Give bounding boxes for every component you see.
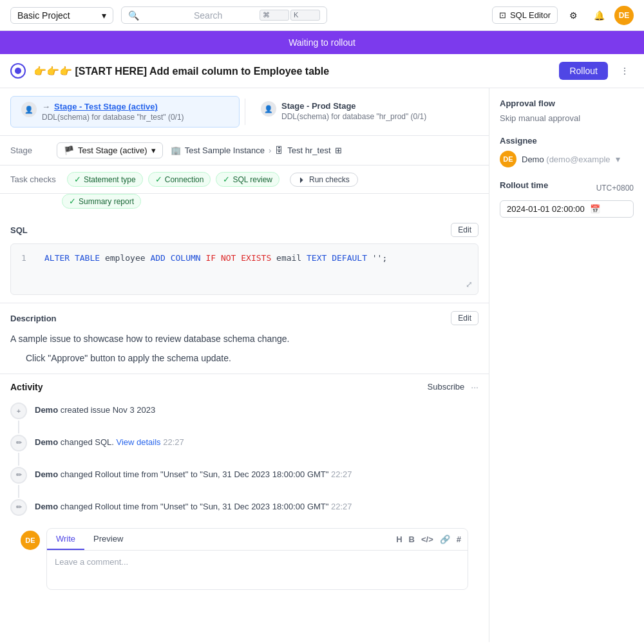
project-name: Basic Project bbox=[17, 10, 70, 21]
activity-middle-2: changed SQL. bbox=[61, 437, 117, 447]
banner-text: Waiting to rollout bbox=[289, 37, 355, 48]
check-label-1: Statement type bbox=[84, 175, 136, 184]
activity-icon-col: + bbox=[10, 402, 27, 435]
chevron-down-icon: ▾ bbox=[102, 10, 106, 21]
activity-text-3: Demo changed Rollout time from "Unset" t… bbox=[35, 469, 352, 479]
shortcut-2: K bbox=[290, 10, 320, 21]
active-stage-name[interactable]: Stage - Test Stage (active) bbox=[54, 102, 158, 111]
gear-icon: ⚙ bbox=[569, 10, 578, 21]
kw-add: ADD COLUMN bbox=[150, 253, 200, 263]
sql-section-title: SQL bbox=[10, 225, 28, 235]
bell-icon: 🔔 bbox=[594, 10, 605, 21]
more-options-button[interactable]: ⋮ bbox=[616, 62, 634, 80]
search-bar[interactable]: 🔍 Search ⌘ K bbox=[121, 6, 327, 24]
issue-title-text: [START HERE] Add email column to Employe… bbox=[75, 66, 329, 77]
calendar-icon[interactable]: 📅 bbox=[590, 204, 600, 214]
activity-line-2 bbox=[18, 453, 19, 466]
kw-val: ''; bbox=[372, 253, 387, 263]
check-label-2: Connection bbox=[165, 175, 204, 184]
code-line-1: 1 ALTER TABLE employee ADD COLUMN IF NOT… bbox=[21, 253, 468, 263]
check-statement-type[interactable]: ✓ Statement type bbox=[67, 172, 143, 187]
activity-time-2: 22:27 bbox=[163, 437, 184, 447]
check-summary[interactable]: ✓ Summary report bbox=[62, 194, 141, 209]
approval-flow-title: Approval flow bbox=[500, 99, 634, 108]
assignee-row: DE Demo (demo@example ▾ bbox=[500, 151, 634, 167]
activity-dot-3: ✏ bbox=[10, 467, 27, 484]
activity-item-4: ✏ Demo changed Rollout time from "Unset"… bbox=[10, 499, 478, 524]
kw-if: IF NOT EXISTS bbox=[205, 253, 271, 263]
toolbar-h-button[interactable]: H bbox=[396, 535, 402, 544]
rollout-time-input[interactable]: 2024-01-01 02:00:00 📅 bbox=[500, 200, 634, 218]
activity-header: Activity Subscribe ··· bbox=[10, 382, 478, 392]
breadcrumb: 🏢 Test Sample Instance › 🗄 Test hr_test … bbox=[171, 146, 342, 155]
assignee-section: Assignee DE Demo (demo@example ▾ bbox=[500, 136, 634, 167]
activity-user-1: Demo bbox=[35, 405, 58, 415]
toolbar-link-button[interactable]: 🔗 bbox=[440, 535, 450, 544]
breadcrumb-item-2[interactable]: Test hr_test bbox=[287, 146, 330, 155]
activity-suffix-1: created issue Nov 3 2023 bbox=[61, 405, 155, 415]
top-nav: Basic Project ▾ 🔍 Search ⌘ K ⊡ SQL Edito… bbox=[0, 0, 644, 31]
comment-input[interactable]: Leave a comment... bbox=[47, 551, 468, 589]
prod-stage-item[interactable]: 👤 Stage - Prod Stage DDL(schema) for dat… bbox=[251, 96, 478, 128]
active-stage-item[interactable]: 👤 → Stage - Test Stage (active) DDL(sche… bbox=[10, 96, 240, 128]
toolbar-b-button[interactable]: B bbox=[409, 535, 415, 544]
stage-arrow: → bbox=[42, 102, 50, 111]
rollout-button[interactable]: Rollout bbox=[559, 62, 608, 80]
activity-user-3: Demo bbox=[35, 469, 58, 479]
assignee-email: (demo@example bbox=[546, 155, 610, 164]
sql-editor-button[interactable]: ⊡ SQL Editor bbox=[492, 6, 558, 24]
sql-section: SQL Edit 1 ALTER TABLE employee ADD COLU… bbox=[0, 215, 489, 303]
issue-title: 👉👉👉 [START HERE] Add email column to Emp… bbox=[33, 65, 551, 77]
desc-edit-button[interactable]: Edit bbox=[451, 311, 478, 325]
comment-box: Write Preview H B </> 🔗 # Leave a commen… bbox=[46, 528, 468, 590]
activity-user-2: Demo bbox=[35, 437, 58, 447]
activity-dot: + bbox=[10, 402, 27, 419]
comment-tab-write[interactable]: Write bbox=[47, 529, 84, 550]
terminal-db-icon: ⊞ bbox=[335, 146, 342, 155]
toolbar-code-button[interactable]: </> bbox=[421, 535, 433, 544]
activity-text-2: Demo changed SQL. View details 22:27 bbox=[35, 437, 184, 447]
stage-select-value: Test Stage (active) bbox=[78, 146, 147, 155]
stage-divider bbox=[245, 99, 245, 125]
stage-user-icon-prod: 👤 bbox=[261, 101, 276, 117]
expand-icon[interactable]: ⤢ bbox=[466, 279, 473, 289]
line-number: 1 bbox=[21, 253, 34, 263]
assignee-title: Assignee bbox=[500, 136, 634, 146]
task-checks-label: Task checks bbox=[10, 175, 62, 184]
chevron-down-icon-stage: ▾ bbox=[151, 146, 156, 155]
comment-toolbar-right: H B </> 🔗 # bbox=[390, 529, 468, 550]
check-icon-2: ✓ bbox=[155, 175, 162, 184]
run-checks-button[interactable]: ⏵ Run checks bbox=[290, 173, 358, 187]
stage-label: Stage bbox=[10, 146, 49, 155]
task-checks-row: Task checks ✓ Statement type ✓ Connectio… bbox=[0, 166, 489, 194]
settings-button[interactable]: ⚙ bbox=[563, 5, 583, 26]
check-connection[interactable]: ✓ Connection bbox=[148, 172, 211, 187]
rollout-time-tz: UTC+0800 bbox=[596, 184, 634, 193]
notifications-button[interactable]: 🔔 bbox=[589, 5, 609, 26]
activity-item-3: ✏ Demo changed Rollout time from "Unset"… bbox=[10, 467, 478, 499]
desc-line-2: Click "Approve" button to apply the sche… bbox=[10, 351, 478, 365]
activity-text-4: Demo changed Rollout time from "Unset" t… bbox=[35, 502, 352, 511]
approval-flow-section: Approval flow Skip manual approval bbox=[500, 99, 634, 123]
check-icon-summary: ✓ bbox=[69, 196, 76, 206]
stage-select[interactable]: 🏴 Test Stage (active) ▾ bbox=[57, 142, 163, 158]
description-section: Description Edit A sample issue to showc… bbox=[0, 303, 489, 374]
view-details-link[interactable]: View details bbox=[116, 437, 160, 447]
check-sql-review[interactable]: ✓ SQL review bbox=[216, 172, 279, 187]
breadcrumb-item-1[interactable]: Test Sample Instance bbox=[185, 146, 265, 155]
comment-tab-preview[interactable]: Preview bbox=[84, 529, 132, 550]
avatar[interactable]: DE bbox=[614, 6, 634, 25]
main-layout: 👤 → Stage - Test Stage (active) DDL(sche… bbox=[0, 88, 644, 642]
activity-more-button[interactable]: ··· bbox=[471, 382, 478, 392]
search-kbd: ⌘ K bbox=[260, 10, 320, 21]
kw-col: email bbox=[276, 253, 307, 263]
sql-edit-button[interactable]: Edit bbox=[451, 223, 478, 237]
toolbar-hash-button[interactable]: # bbox=[457, 535, 461, 544]
activity-suffix-4: changed Rollout time from "Unset" to "Su… bbox=[61, 502, 352, 511]
check-icon-1: ✓ bbox=[74, 175, 81, 184]
activity-line-3 bbox=[18, 485, 19, 498]
subscribe-button[interactable]: Subscribe bbox=[428, 382, 465, 392]
project-selector[interactable]: Basic Project ▾ bbox=[10, 7, 113, 24]
check-icon-3: ✓ bbox=[223, 175, 230, 184]
activity-icon-col-2: ✏ bbox=[10, 435, 27, 467]
